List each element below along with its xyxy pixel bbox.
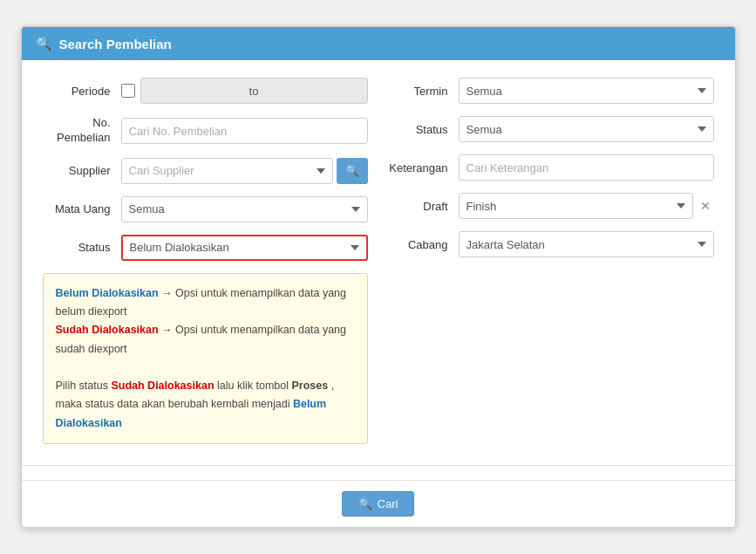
arrow1: → xyxy=(161,287,173,299)
status-label: Status xyxy=(43,241,121,254)
supplier-label: Supplier xyxy=(43,164,121,177)
info-line3-highlight: Sudah Dialokasikan xyxy=(111,380,214,392)
no-pembelian-row: No.Pembelian xyxy=(43,116,368,146)
modal-title: Search Pembelian xyxy=(59,37,172,51)
periode-checkbox[interactable] xyxy=(121,84,135,98)
sudah-dialokasikan-label: Sudah Dialokasikan xyxy=(56,324,159,336)
info-line1: Belum Dialokasikan → Opsi untuk menampil… xyxy=(56,284,355,322)
periode-row: Periode to xyxy=(43,78,368,104)
cabang-label: Cabang xyxy=(389,238,459,251)
info-line2: Sudah Dialokasikan → Opsi untuk menampil… xyxy=(56,321,355,359)
status-right-label: Status xyxy=(389,123,459,136)
supplier-row: Supplier Cari Supplier 🔍 xyxy=(43,158,368,184)
cabang-row: Cabang Jakarta Selatan xyxy=(389,231,714,257)
draft-row: Draft Finish ✕ xyxy=(389,193,714,219)
right-column: Termin Semua Status Semua Keterangan xyxy=(389,78,714,444)
arrow2: → xyxy=(161,324,173,336)
modal-footer: 🔍 Cari xyxy=(22,480,735,527)
termin-select[interactable]: Semua xyxy=(459,78,714,104)
info-box: Belum Dialokasikan → Opsi untuk menampil… xyxy=(43,273,368,444)
draft-clear-button[interactable]: ✕ xyxy=(697,199,714,213)
belum-dialokasikan-label: Belum Dialokasikan xyxy=(56,287,159,299)
periode-inputs: to xyxy=(121,78,368,104)
header-search-icon: 🔍 xyxy=(36,36,52,51)
info-line3-prefix: Pilih status xyxy=(56,380,108,392)
mata-uang-select[interactable]: Semua xyxy=(121,196,368,222)
draft-inputs: Finish ✕ xyxy=(459,193,714,219)
supplier-select[interactable]: Cari Supplier xyxy=(121,158,333,184)
draft-label: Draft xyxy=(389,200,459,213)
status-select-highlighted[interactable]: Belum Dialokasikan xyxy=(121,235,368,261)
supplier-inputs: Cari Supplier 🔍 xyxy=(121,158,368,184)
draft-select[interactable]: Finish xyxy=(459,193,693,219)
modal-header: 🔍 Search Pembelian xyxy=(22,27,735,60)
status-right-row: Status Semua xyxy=(389,116,714,142)
termin-label: Termin xyxy=(389,85,459,98)
keterangan-input[interactable] xyxy=(459,154,714,181)
cabang-select[interactable]: Jakarta Selatan xyxy=(459,231,714,257)
search-pembelian-modal: 🔍 Search Pembelian Periode to No.Pembeli… xyxy=(21,26,736,528)
keterangan-row: Keterangan xyxy=(389,154,714,181)
no-pembelian-input[interactable] xyxy=(121,118,368,144)
mata-uang-row: Mata Uang Semua xyxy=(43,196,368,222)
mata-uang-label: Mata Uang xyxy=(43,202,121,215)
info-line3-proses: Proses xyxy=(292,380,329,392)
info-line3: Pilih status Sudah Dialokasikan lalu kli… xyxy=(56,377,355,433)
cari-button[interactable]: 🔍 Cari xyxy=(342,491,415,516)
supplier-search-button[interactable]: 🔍 xyxy=(337,158,368,184)
cari-icon: 🔍 xyxy=(358,497,372,510)
form-layout: Periode to No.Pembelian Supplier xyxy=(43,78,714,444)
periode-to-text: to xyxy=(140,78,368,104)
status-right-select[interactable]: Semua xyxy=(459,116,714,142)
footer-divider xyxy=(22,465,735,466)
periode-label: Periode xyxy=(43,85,121,98)
info-line3-mid: lalu klik tombol xyxy=(217,380,289,392)
keterangan-label: Keterangan xyxy=(389,161,459,174)
modal-body: Periode to No.Pembelian Supplier xyxy=(22,60,735,458)
termin-row: Termin Semua xyxy=(389,78,714,104)
status-row: Status Belum Dialokasikan xyxy=(43,235,368,261)
cari-label: Cari xyxy=(378,497,398,510)
left-column: Periode to No.Pembelian Supplier xyxy=(43,78,368,444)
no-pembelian-label: No.Pembelian xyxy=(43,116,121,146)
